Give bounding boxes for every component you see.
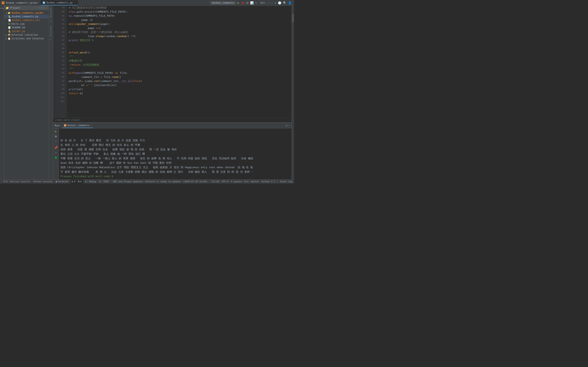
sidebar-icons: 1P xyxy=(0,6,4,179)
python-version[interactable]: Python 3.7 ↑ xyxy=(261,180,278,183)
user-icon[interactable]: 👤 xyxy=(288,1,292,4)
line-number: 85 xyxy=(58,30,65,34)
wrap-button[interactable]: ↪ xyxy=(54,150,58,155)
tree-external-libraries[interactable]: ▶ 📦 External Libraries xyxy=(4,33,49,37)
code-line: comment_txt = file.read() xyxy=(69,75,292,79)
minimize-icon[interactable]: − xyxy=(46,7,47,9)
jpg-label: Emile.jpg xyxy=(11,22,25,25)
file-readme-md[interactable]: 📝 README.md xyxy=(4,26,49,29)
event-log-tab[interactable]: Event Log xyxy=(280,180,292,183)
git-branch[interactable]: Git: master xyxy=(244,180,259,183)
project-tree: ▼ 📂 douban_comments_spider 🐍 douban_comm… xyxy=(4,10,49,179)
tree-scratches[interactable]: ▶ 📋 Scratches and Consoles xyxy=(4,37,49,40)
settings-run-btn[interactable]: ⚙ xyxy=(286,124,287,127)
file-tab[interactable]: py douban_comments.py × xyxy=(41,0,78,5)
code-line: page += 1 xyxy=(69,26,292,30)
project-icon[interactable]: 1P xyxy=(0,7,4,10)
code-line xyxy=(69,95,292,100)
run-tab-bottom[interactable]: ▶ 4: Run xyxy=(70,180,84,184)
cursor-pos[interactable]: 111:83 xyxy=(211,180,219,183)
line-numbers: 7980818283848586878889909192939495969798… xyxy=(56,6,67,117)
py-icon: py xyxy=(43,1,45,4)
indent-label[interactable]: 4 spaces xyxy=(231,180,242,183)
scroll-end-button[interactable]: ↓ xyxy=(54,139,58,143)
git-undo[interactable]: ↩ xyxy=(275,1,276,4)
chevron-down-icon: ▼ xyxy=(6,12,7,14)
new-file-icon[interactable]: + xyxy=(38,7,40,9)
python-console-tab[interactable]: Python Console xyxy=(32,180,54,184)
breadcrumb: create_word_cloud() xyxy=(53,117,292,122)
output-line: 可 参照 赫尔 赫尔佐格 灰 熊 人 比起 大多 大多数 多数 观众 感慨 的 … xyxy=(61,170,290,174)
profile-button[interactable]: 📊 xyxy=(250,1,254,4)
code-lines[interactable]: # 写入数据前先清空之前的数据 if os.path.exists(COMMEN… xyxy=(67,6,292,117)
tree-button[interactable]: 🌲 xyxy=(54,155,58,159)
file-tab-label: douban_comments.py xyxy=(46,1,73,4)
more-button[interactable]: ⋯ xyxy=(255,1,257,4)
pin-button[interactable]: 📌 xyxy=(54,146,58,150)
line-number: 87 xyxy=(58,38,65,42)
version-control-tab[interactable]: ⑨ 9: Version Control xyxy=(2,180,32,184)
debug-tab[interactable]: 5: Debug xyxy=(84,180,98,184)
right-scrollbar[interactable] xyxy=(292,6,294,179)
code-editor: 7980818283848586878889909192939495969798… xyxy=(53,6,292,122)
line-number: 100 xyxy=(58,91,65,95)
settings-icon[interactable]: ⚙ xyxy=(43,7,45,9)
txt-label: douban_comments.txt xyxy=(12,19,40,22)
line-number: 102 xyxy=(58,100,65,104)
run-tab-bottom-label: 4: Run xyxy=(74,180,82,183)
run-tab-active[interactable]: py douban_comments × xyxy=(62,123,93,128)
output-line: 不断 探索 生活 的 意义 一路 一路上 路上 的 风景 很美 发生 的 故事 … xyxy=(61,156,290,161)
breadcrumb-text: create_word_cloud() xyxy=(55,119,80,121)
code-line: wl = " ".join(wordlist) xyxy=(69,83,292,87)
output-line: 自然 真美 但是 我 感谢 文明 社会 如果 现在 放 我 回 自然 我 一定 … xyxy=(61,147,290,152)
close-run-tab[interactable]: × xyxy=(90,124,91,126)
search-icon[interactable]: 🔍 xyxy=(283,1,286,4)
git-history[interactable]: 🕐 xyxy=(278,1,281,4)
git-check1[interactable]: ✓ xyxy=(268,1,269,4)
bottom-toolbar: ⑨ 9: Version Control Python Console ▣ Te… xyxy=(0,179,294,184)
side-labels: 2: Favorites 7: Structure xyxy=(49,6,53,179)
vc-icon: ⑨ xyxy=(3,180,5,183)
line-number: 88 xyxy=(58,42,65,47)
close-tab-icon[interactable]: × xyxy=(75,1,76,4)
git-check2[interactable]: ✓ xyxy=(271,1,273,4)
sync-icon[interactable]: ⟳ xyxy=(41,7,43,9)
run-controls: ▶ ■ ↓ 📌 ↪ 🌲 xyxy=(53,128,59,179)
todo-tab[interactable]: 6: TODO xyxy=(98,180,110,184)
md-label: README.md xyxy=(12,26,25,29)
file-label: douban_comments.py xyxy=(12,15,38,18)
line-number: 83 xyxy=(58,22,65,26)
favorites-label[interactable]: 2: Favorites xyxy=(49,6,53,24)
editor-area: 7980818283848586878889909192939495969798… xyxy=(53,6,292,179)
output-line: 虽然 Christopher Johnson MaCandless 过于 理想 … xyxy=(61,165,290,170)
coverage-button[interactable]: ⛁ xyxy=(246,1,249,4)
code-line: os.remove(COMMENTS_FILE_PATH) xyxy=(69,14,292,18)
file-douban-comments-py[interactable]: 🐍 douban_comments.py xyxy=(4,15,49,18)
code-line: # 写入数据前先清空之前的数据 xyxy=(69,6,292,10)
ext-lib-label: External Libraries xyxy=(11,33,38,36)
file-emile-jpg[interactable]: 🖼 Emile.jpg xyxy=(4,22,49,26)
run-output: 好 长 的 片 分 了 两次 看完 对 冗长 的 片 还是 招架 不力总 有些 … xyxy=(59,128,292,179)
run-button[interactable]: ▶ xyxy=(237,1,240,5)
rerun-button[interactable]: ▶ xyxy=(54,129,58,133)
line-number: 96 xyxy=(58,75,65,79)
stop-button[interactable]: ■ xyxy=(54,134,58,138)
line-number: 97 xyxy=(58,79,65,83)
debug-button[interactable]: 🐞 xyxy=(241,1,244,4)
file-spider-py[interactable]: 🐍 spider.py xyxy=(4,29,49,33)
run-tab-label: douban_comments xyxy=(67,124,89,127)
encoding-label[interactable]: UTF-8 xyxy=(222,180,228,183)
chevron-right-icon2: ▶ xyxy=(6,38,7,40)
minimize-run-btn[interactable]: − xyxy=(288,124,290,127)
structure-label[interactable]: 7: Structure xyxy=(49,24,53,42)
file-douban-comments-txt[interactable]: 📄 douban_comments.txt xyxy=(4,18,49,22)
lib-icon: 📦 xyxy=(8,34,11,36)
code-line: :return: 分词后的数据 xyxy=(69,63,292,67)
line-number: 92 xyxy=(58,59,65,63)
code-line: print('爬取完毕') xyxy=(69,38,292,42)
code-line: if os.path.exists(COMMENTS_FILE_PATH): xyxy=(69,10,292,14)
tree-root[interactable]: ▼ 📂 douban_comments_spider xyxy=(4,11,49,15)
main-layout: 1P 📁 Project + ⟳ ⚙ − ▼ 📂 douban_comments… xyxy=(0,6,294,179)
code-line: wordlist = jieba.cut(comment_txt, cut_al… xyxy=(69,79,292,83)
terminal-tab[interactable]: ▣ Terminal xyxy=(54,180,70,184)
